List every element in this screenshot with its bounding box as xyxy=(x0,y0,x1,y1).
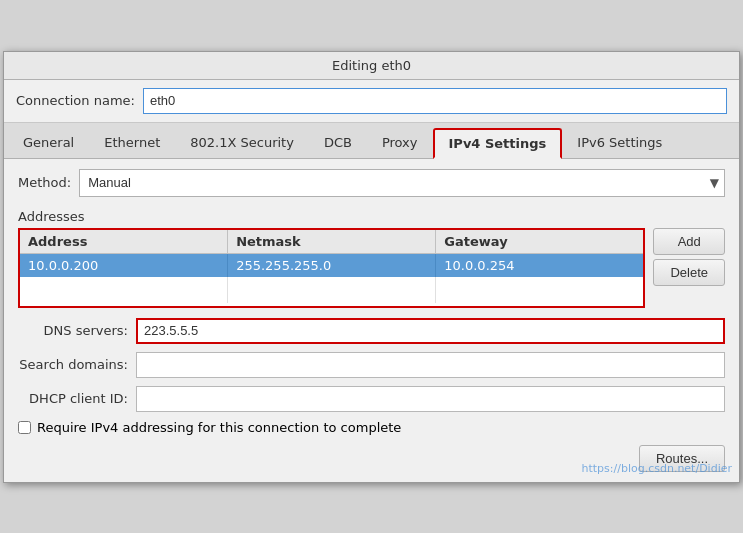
search-row: Search domains: xyxy=(18,352,725,378)
tab-ipv4[interactable]: IPv4 Settings xyxy=(433,128,563,159)
dns-row: DNS servers: xyxy=(18,318,725,344)
tab-proxy[interactable]: Proxy xyxy=(367,128,433,159)
side-buttons: Add Delete xyxy=(653,228,725,286)
tab-security[interactable]: 802.1X Security xyxy=(175,128,309,159)
tabs-bar: General Ethernet 802.1X Security DCB Pro… xyxy=(4,123,739,159)
connection-name-input[interactable] xyxy=(143,88,727,114)
watermark: https://blog.csdn.net/Didier xyxy=(581,462,732,475)
delete-button[interactable]: Delete xyxy=(653,259,725,286)
addresses-label: Addresses xyxy=(18,209,725,224)
table-header: Address Netmask Gateway xyxy=(20,230,643,254)
addresses-section: Addresses Address Netmask Gateway 10.0.0… xyxy=(18,209,725,308)
titlebar: Editing eth0 xyxy=(4,52,739,80)
empty-cell-1 xyxy=(20,277,228,303)
dhcp-label: DHCP client ID: xyxy=(18,391,128,406)
addresses-table: Address Netmask Gateway 10.0.0.200 255.2… xyxy=(18,228,645,308)
connection-name-label: Connection name: xyxy=(16,93,135,108)
cell-address: 10.0.0.200 xyxy=(20,254,228,277)
dns-input[interactable] xyxy=(136,318,725,344)
tab-dcb[interactable]: DCB xyxy=(309,128,367,159)
search-label: Search domains: xyxy=(18,357,128,372)
connection-name-row: Connection name: xyxy=(4,80,739,123)
ipv4-checkbox[interactable] xyxy=(18,421,31,434)
col-gateway: Gateway xyxy=(436,230,643,253)
col-address: Address xyxy=(20,230,228,253)
method-row: Method: Manual Automatic (DHCP) Link-Loc… xyxy=(18,169,725,197)
checkbox-row: Require IPv4 addressing for this connect… xyxy=(18,420,725,435)
empty-cell-2 xyxy=(228,277,436,303)
main-window: Editing eth0 Connection name: General Et… xyxy=(3,51,740,483)
add-button[interactable]: Add xyxy=(653,228,725,255)
table-row[interactable]: 10.0.0.200 255.255.255.0 10.0.0.254 xyxy=(20,254,643,277)
cell-netmask: 255.255.255.0 xyxy=(228,254,436,277)
tab-general[interactable]: General xyxy=(8,128,89,159)
addresses-outer: Address Netmask Gateway 10.0.0.200 255.2… xyxy=(18,228,725,308)
tab-ethernet[interactable]: Ethernet xyxy=(89,128,175,159)
col-netmask: Netmask xyxy=(228,230,436,253)
content-area: Method: Manual Automatic (DHCP) Link-Loc… xyxy=(4,159,739,482)
method-select-wrapper: Manual Automatic (DHCP) Link-Local Only … xyxy=(79,169,725,197)
dhcp-input[interactable] xyxy=(136,386,725,412)
empty-cell-3 xyxy=(436,277,643,303)
dhcp-row: DHCP client ID: xyxy=(18,386,725,412)
table-empty-row[interactable] xyxy=(20,277,643,303)
checkbox-label: Require IPv4 addressing for this connect… xyxy=(37,420,401,435)
tab-ipv6[interactable]: IPv6 Settings xyxy=(562,128,677,159)
method-label: Method: xyxy=(18,175,71,190)
dns-label: DNS servers: xyxy=(18,323,128,338)
window-title: Editing eth0 xyxy=(332,58,411,73)
search-input[interactable] xyxy=(136,352,725,378)
cell-gateway: 10.0.0.254 xyxy=(436,254,643,277)
method-select[interactable]: Manual Automatic (DHCP) Link-Local Only … xyxy=(79,169,725,197)
